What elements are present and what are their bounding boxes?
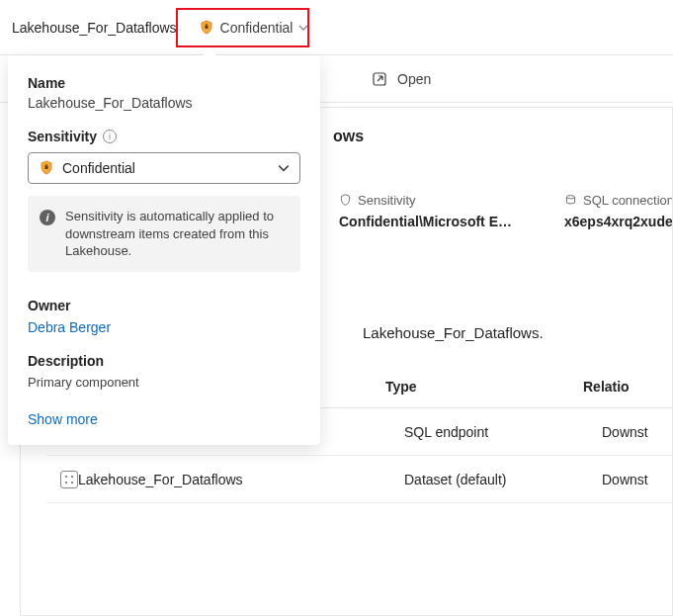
svg-point-6: [65, 482, 67, 484]
table-row[interactable]: Lakehouse_For_Dataflows Dataset (default…: [46, 456, 672, 503]
svg-point-3: [566, 196, 574, 199]
sensitivity-label: Sensitivity: [28, 129, 97, 144]
description-value: Primary component: [28, 375, 300, 390]
sensitivity-kv-label: Sensitivity: [358, 193, 416, 208]
shield-icon: [199, 20, 214, 36]
sensitivity-kv-value: Confidential\Microsoft Ext…: [339, 214, 517, 229]
shield-icon: [39, 160, 54, 176]
row-type: SQL endpoint: [404, 424, 602, 440]
info-banner: i Sensitivity is automatically applied t…: [28, 196, 300, 272]
show-more-link[interactable]: Show more: [28, 411, 300, 427]
description-label: Description: [28, 353, 300, 369]
flyout-pointer: [202, 48, 217, 56]
info-filled-icon: i: [40, 210, 55, 225]
open-button[interactable]: Open: [397, 71, 431, 87]
owner-label: Owner: [28, 298, 300, 313]
sensitivity-selected: Confidential: [62, 160, 135, 176]
name-label: Name: [28, 75, 300, 91]
sensitivity-badge[interactable]: Confidential: [191, 12, 319, 44]
dataset-icon: [60, 471, 78, 488]
detail-sentence: Lakehouse_For_Dataflows.: [363, 324, 672, 341]
details-flyout: Name Lakehouse_For_Dataflows Sensitivity…: [8, 55, 320, 445]
svg-point-4: [65, 476, 67, 478]
name-value: Lakehouse_For_Dataflows: [28, 95, 300, 111]
row-type: Dataset (default): [404, 472, 602, 487]
chevron-down-icon: [298, 23, 308, 33]
owner-link[interactable]: Debra Berger: [28, 319, 300, 335]
sql-kv-value: x6eps4xrq2xudenlfv: [564, 214, 673, 229]
info-banner-text: Sensitivity is automatically applied to …: [65, 208, 289, 260]
col-type-header[interactable]: Type: [385, 379, 583, 395]
svg-point-5: [71, 476, 73, 478]
info-icon[interactable]: i: [103, 130, 117, 143]
svg-point-7: [71, 482, 73, 484]
database-icon: [564, 194, 577, 207]
header-bar: Lakehouse_For_Dataflows Confidential: [0, 0, 673, 55]
sql-kv: SQL connection strin x6eps4xrq2xudenlfv: [564, 193, 673, 229]
chevron-down-icon: [278, 162, 290, 174]
open-icon: [372, 71, 387, 87]
shield-outline-icon: [339, 194, 352, 207]
sensitivity-badge-label: Confidential: [220, 20, 294, 36]
detail-heading: ows: [333, 128, 672, 145]
col-rel-header[interactable]: Relatio: [583, 379, 662, 395]
row-name: Lakehouse_For_Dataflows: [78, 472, 404, 487]
row-rel: Downst: [602, 472, 673, 487]
row-rel: Downst: [602, 424, 673, 440]
sql-kv-label: SQL connection strin: [583, 193, 673, 208]
sensitivity-kv: Sensitivity Confidential\Microsoft Ext…: [339, 193, 517, 229]
sensitivity-dropdown[interactable]: Confidential: [28, 152, 300, 184]
page-title: Lakehouse_For_Dataflows: [12, 20, 177, 36]
